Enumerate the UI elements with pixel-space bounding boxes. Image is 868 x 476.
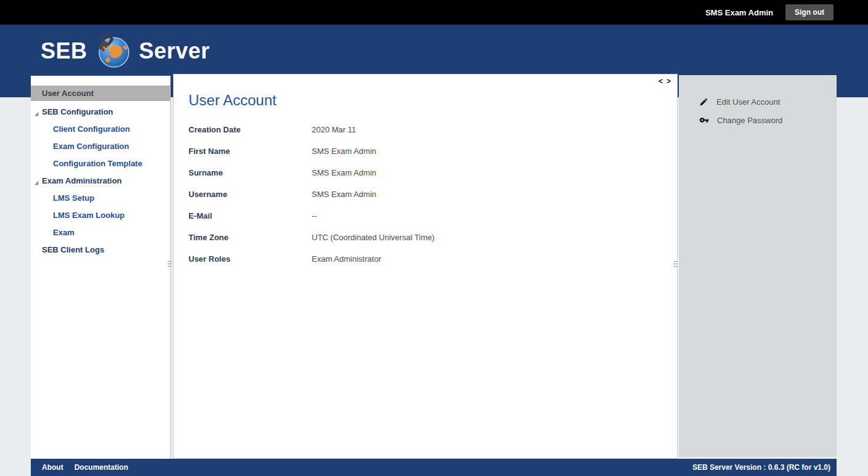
field-value: UTC (Coordinated Universal Time) [312,233,434,242]
change-password-action[interactable]: Change Password [679,111,837,129]
edit-user-account-action[interactable]: Edit User Account [679,92,837,111]
sidebar-item-lms-exam-lookup[interactable]: LMS Exam Lookup [31,206,170,224]
field-value: 2020 Mar 11 [312,125,356,134]
page-title: User Account [189,92,277,109]
action-label: Change Password [717,116,782,125]
field-label: First Name [189,147,312,156]
action-label: Edit User Account [716,97,780,107]
sidebar-item-label: Exam Configuration [53,142,129,151]
about-link[interactable]: About [42,463,63,472]
documentation-link[interactable]: Documentation [75,463,128,472]
version-label: SEB Server Version : 0.6.3 (RC for v1.0) [692,463,830,472]
sidebar-item-label: Exam Administration [42,176,122,185]
sidebar-item-label: Client Configuration [53,124,130,134]
field-value: Exam Administrator [312,254,381,264]
field-label: Username [189,190,312,199]
pencil-icon [699,97,708,107]
app-logo: SEB Server [41,34,210,68]
sidebar-item-seb-client-logs[interactable]: SEB Client Logs [31,241,170,258]
sidebar-item-exam-administration[interactable]: Exam Administration [31,172,170,189]
sidebar-item-exam[interactable]: Exam [31,224,170,241]
field-label: Creation Date [189,125,312,134]
sidebar-item-exam-configuration[interactable]: Exam Configuration [31,137,170,155]
tree-expand-icon[interactable] [34,109,39,114]
footer-bar: About Documentation SEB Server Version :… [31,459,837,476]
key-icon [699,115,709,125]
sidebar-item-label: LMS Setup [53,193,94,203]
sidebar-item-seb-configuration[interactable]: SEB Configuration [31,103,170,120]
action-panel: Edit User Account Change Password [679,75,837,457]
logged-in-user: SMS Exam Admin [705,8,773,17]
sidebar-nav: User Account SEB Configuration Client Co… [31,76,171,459]
sidebar-item-label: User Account [42,89,94,98]
field-value: -- [312,211,317,220]
field-label: Surname [189,168,312,177]
tree-expand-icon[interactable] [34,178,39,183]
sidebar-item-user-account[interactable]: User Account [31,86,170,101]
form-row-email: E-Mail -- [189,211,662,233]
field-label: Time Zone [189,233,312,242]
sidebar-item-label: LMS Exam Lookup [53,211,124,220]
form-row-first-name: First Name SMS Exam Admin [189,147,662,168]
form-row-creation-date: Creation Date 2020 Mar 11 [189,125,662,147]
sidebar-item-label: Exam [53,228,75,237]
sidebar-item-label: SEB Configuration [42,107,113,116]
sign-out-button[interactable]: Sign out [785,4,834,20]
sidebar-item-configuration-template[interactable]: Configuration Template [31,155,170,172]
field-value: SMS Exam Admin [312,168,376,177]
form-row-username: Username SMS Exam Admin [189,190,662,211]
chevron-right-icon[interactable]: > [667,77,671,86]
seb-globe-lock-icon [95,34,131,68]
form-row-time-zone: Time Zone UTC (Coordinated Universal Tim… [189,233,662,254]
sidebar-splitter-handle[interactable] [168,261,172,268]
user-account-form: Creation Date 2020 Mar 11 First Name SMS… [189,125,662,276]
field-value: SMS Exam Admin [312,190,376,199]
sidebar-item-lms-setup[interactable]: LMS Setup [31,189,170,206]
content-pager: < > [659,77,671,86]
field-label: E-Mail [189,211,312,220]
action-panel-splitter-handle[interactable] [673,261,678,268]
logo-text-server: Server [139,38,210,64]
main-content-panel: < > User Account Creation Date 2020 Mar … [173,74,678,459]
sidebar-item-label: SEB Client Logs [42,245,104,254]
field-label: User Roles [189,254,312,264]
form-row-user-roles: User Roles Exam Administrator [189,254,662,276]
logo-text-seb: SEB [41,38,87,64]
chevron-left-icon[interactable]: < [659,77,663,86]
top-bar: SMS Exam Admin Sign out [0,0,868,25]
sidebar-item-label: Configuration Template [53,159,142,168]
sidebar-item-client-configuration[interactable]: Client Configuration [31,120,170,137]
field-value: SMS Exam Admin [312,147,376,156]
form-row-surname: Surname SMS Exam Admin [189,168,662,190]
